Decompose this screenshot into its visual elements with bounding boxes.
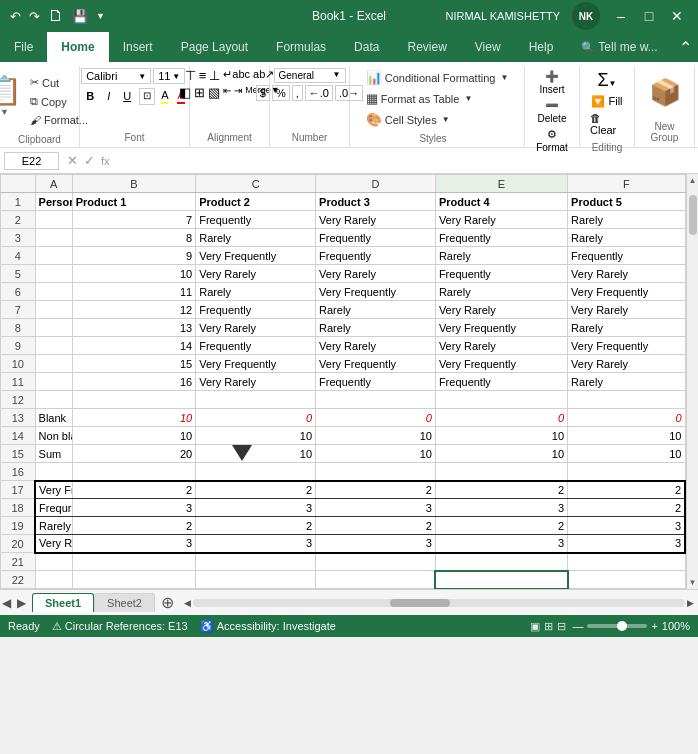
row-num-4[interactable]: 4 (1, 247, 36, 265)
cell-B16[interactable] (72, 463, 196, 481)
col-header-C[interactable]: C (196, 175, 316, 193)
row-num-10[interactable]: 10 (1, 355, 36, 373)
cell-F8[interactable]: Rarely (568, 319, 685, 337)
cell-F9[interactable]: Very Frequently (568, 337, 685, 355)
cell-C15[interactable]: 10 (196, 445, 316, 463)
cell-D5[interactable]: Very Rarely (316, 265, 436, 283)
cell-E16[interactable] (435, 463, 567, 481)
cell-E3[interactable]: Frequently (435, 229, 567, 247)
cell-B19[interactable]: 2 (72, 517, 196, 535)
cell-B13[interactable]: 10 (72, 409, 196, 427)
cell-A7[interactable] (35, 301, 72, 319)
fill-button[interactable]: 🔽 Fill (591, 95, 622, 108)
cell-D18[interactable]: 3 (316, 499, 436, 517)
paste-dropdown-arrow[interactable]: ▼ (0, 107, 9, 117)
cell-F17[interactable]: 2 (568, 481, 685, 499)
cell-C11[interactable]: Very Rarely (196, 373, 316, 391)
undo-icon[interactable]: ↶ (8, 7, 23, 26)
horizontal-scrollbar[interactable]: ◀ ▶ (180, 598, 698, 608)
cell-B8[interactable]: 13 (72, 319, 196, 337)
cell-C6[interactable]: Rarely (196, 283, 316, 301)
cell-E21[interactable] (435, 553, 567, 571)
cell-A5[interactable] (35, 265, 72, 283)
row-num-15[interactable]: 15 (1, 445, 36, 463)
comma-button[interactable]: , (292, 85, 303, 101)
scrollbar-track[interactable] (688, 185, 698, 578)
cell-D15[interactable]: 10 (316, 445, 436, 463)
scrollbar-thumb[interactable] (689, 195, 697, 235)
indent-increase-button[interactable]: ⇥ (234, 85, 242, 100)
page-break-icon[interactable]: ⊟ (557, 620, 566, 633)
cell-C14[interactable]: 10 (196, 427, 316, 445)
minimize-button[interactable]: – (608, 3, 634, 29)
format-button[interactable]: ⚙Format (536, 128, 568, 153)
cell-A6[interactable] (35, 283, 72, 301)
cell-B12[interactable] (72, 391, 196, 409)
cell-C22[interactable] (196, 571, 316, 589)
cell-A22[interactable] (35, 571, 72, 589)
cell-E20[interactable]: 3 (435, 535, 567, 553)
cell-B15[interactable]: 20 (72, 445, 196, 463)
cell-B7[interactable]: 12 (72, 301, 196, 319)
clear-button[interactable]: 🗑 Clear (590, 112, 624, 136)
format-as-table-button[interactable]: ▦ Format as Table ▼ (362, 89, 477, 108)
zoom-in-icon[interactable]: + (651, 620, 657, 632)
cell-C3[interactable]: Rarely (196, 229, 316, 247)
underline-button[interactable]: U (118, 88, 136, 105)
tab-formulas[interactable]: Formulas (262, 32, 340, 62)
cell-D13[interactable]: 0 (316, 409, 436, 427)
col-header-B[interactable]: B (72, 175, 196, 193)
col-header-F[interactable]: F (568, 175, 685, 193)
insert-function-icon[interactable]: fx (101, 155, 110, 167)
sheet-tab-sheet2[interactable]: Sheet2 (94, 593, 155, 612)
scroll-left-button[interactable]: ◀ (184, 598, 191, 608)
border-button[interactable]: ⊡ (139, 88, 155, 105)
cell-E9[interactable]: Very Rarely (435, 337, 567, 355)
sheet-scroll-left[interactable]: ◀ (0, 594, 13, 612)
cell-A20[interactable]: Very Rarely (35, 535, 72, 553)
cell-A18[interactable]: Frequrntly (35, 499, 72, 517)
scroll-right-button[interactable]: ▶ (687, 598, 694, 608)
cell-E15[interactable]: 10 (435, 445, 567, 463)
row-num-3[interactable]: 3 (1, 229, 36, 247)
row-num-11[interactable]: 11 (1, 373, 36, 391)
row-num-13[interactable]: 13 (1, 409, 36, 427)
cell-A14[interactable]: Non blank (35, 427, 72, 445)
cell-A17[interactable]: Very Frequrntly (35, 481, 72, 499)
cell-E14[interactable]: 10 (435, 427, 567, 445)
tab-insert[interactable]: Insert (109, 32, 167, 62)
align-bottom-button[interactable]: ⊥ (209, 68, 220, 83)
tab-view[interactable]: View (461, 32, 515, 62)
confirm-entry-icon[interactable]: ✓ (84, 153, 95, 168)
cell-A19[interactable]: Rarely (35, 517, 72, 535)
cell-A3[interactable] (35, 229, 72, 247)
row-num-16[interactable]: 16 (1, 463, 36, 481)
cancel-entry-icon[interactable]: ✕ (67, 153, 78, 168)
row-num-5[interactable]: 5 (1, 265, 36, 283)
indent-decrease-button[interactable]: ⇤ (223, 85, 231, 100)
cell-D2[interactable]: Very Rarely (316, 211, 436, 229)
align-middle-button[interactable]: ≡ (199, 68, 207, 83)
cell-B3[interactable]: 8 (72, 229, 196, 247)
tab-file[interactable]: File (0, 32, 47, 62)
cell-E8[interactable]: Very Frequently (435, 319, 567, 337)
cell-D8[interactable]: Rarely (316, 319, 436, 337)
row-num-8[interactable]: 8 (1, 319, 36, 337)
cell-B9[interactable]: 14 (72, 337, 196, 355)
cell-C7[interactable]: Frequently (196, 301, 316, 319)
cell-C12[interactable] (196, 391, 316, 409)
vertical-scrollbar[interactable]: ▲ ▼ (686, 174, 698, 589)
formula-input[interactable] (118, 153, 694, 169)
cell-D10[interactable]: Very Frequently (316, 355, 436, 373)
fill-color-button[interactable]: A (158, 88, 171, 105)
sheet-tab-sheet1[interactable]: Sheet1 (32, 593, 94, 612)
align-center-button[interactable]: ⊞ (194, 85, 205, 100)
cell-A10[interactable] (35, 355, 72, 373)
decrease-decimal-button[interactable]: ←.0 (305, 85, 333, 101)
col-header-E[interactable]: E (435, 175, 567, 193)
cell-B2[interactable]: 7 (72, 211, 196, 229)
cell-E11[interactable]: Frequently (435, 373, 567, 391)
cell-A8[interactable] (35, 319, 72, 337)
cell-F6[interactable]: Very Frequently (568, 283, 685, 301)
zoom-thumb[interactable] (617, 621, 627, 631)
